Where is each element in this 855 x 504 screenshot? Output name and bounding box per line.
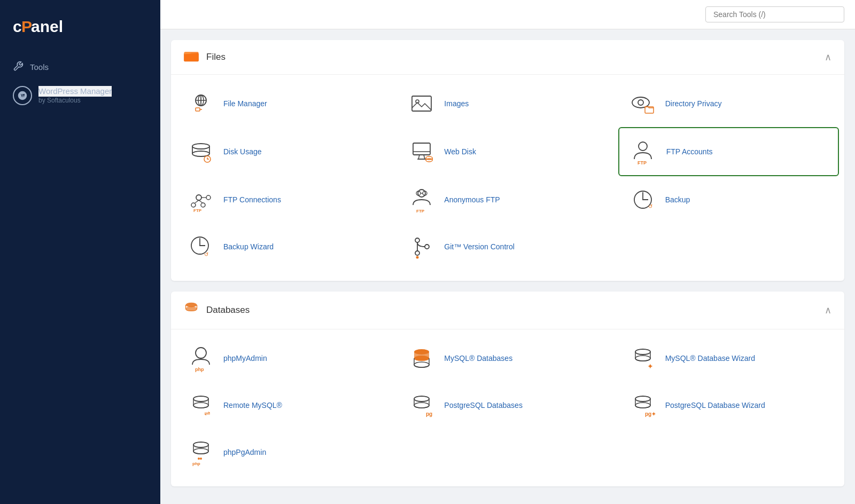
svg-text:↺: ↺ [648, 203, 652, 209]
mysql-databases-label: MySQL® Databases [444, 354, 512, 363]
databases-section-header: Databases ∧ [171, 292, 844, 329]
file-manager-label: File Manager [223, 99, 267, 108]
tool-ftp-accounts[interactable]: FTP FTP Accounts [618, 127, 839, 176]
main-content: Files ∧ File Manager [160, 0, 855, 504]
svg-point-29 [426, 159, 432, 162]
files-section-title: Files [206, 52, 226, 62]
mysql-database-wizard-label: MySQL® Database Wizard [665, 354, 755, 363]
git-icon [408, 233, 436, 261]
phpmyadmin-icon: php [187, 344, 215, 372]
svg-text:↺: ↺ [204, 251, 208, 257]
backup-wizard-icon: ↺ [187, 233, 215, 261]
tool-backup[interactable]: ↺ Backup [618, 176, 839, 223]
svg-text:FTP: FTP [416, 209, 425, 214]
search-input[interactable] [705, 6, 844, 22]
svg-point-49 [415, 238, 419, 242]
files-section: Files ∧ File Manager [171, 40, 844, 281]
svg-point-67 [414, 396, 429, 401]
sidebar-tools-label: Tools [30, 62, 49, 72]
svg-point-71 [635, 403, 650, 408]
svg-point-30 [639, 142, 647, 151]
directory-privacy-label: Directory Privacy [665, 99, 722, 108]
tool-mysql-database-wizard[interactable]: ✦ MySQL® Database Wizard [618, 335, 839, 382]
svg-text:php: php [192, 461, 200, 466]
phppgadmin-icon: php [187, 438, 215, 466]
svg-text:pg✦: pg✦ [645, 411, 656, 417]
remote-mysql-icon: ⇌ [187, 391, 215, 419]
anonymous-ftp-icon: FTP [408, 186, 436, 214]
postgresql-wizard-icon: pg✦ [629, 391, 657, 419]
tool-mysql-databases[interactable]: MySQL® Databases [397, 335, 618, 382]
web-disk-label: Web Disk [444, 147, 476, 156]
svg-point-73 [193, 442, 208, 447]
svg-rect-11 [196, 108, 200, 111]
svg-rect-5 [184, 53, 198, 61]
svg-point-75 [198, 458, 200, 460]
svg-line-36 [195, 200, 199, 203]
files-section-toggle[interactable]: ∧ [825, 51, 831, 63]
svg-point-16 [638, 100, 643, 105]
databases-section-toggle[interactable]: ∧ [825, 304, 831, 316]
backup-wizard-label: Backup Wizard [223, 242, 274, 251]
tool-file-manager[interactable]: File Manager [176, 80, 397, 127]
svg-rect-23 [413, 143, 430, 155]
remote-mysql-label: Remote MySQL® [223, 401, 282, 410]
phpmyadmin-label: phpMyAdmin [223, 354, 267, 363]
svg-text:FTP: FTP [193, 208, 202, 213]
svg-text:php: php [195, 367, 204, 372]
sidebar-item-wordpress[interactable]: WordPress Manager by Softaculous [0, 80, 160, 112]
tool-images[interactable]: Images [397, 80, 618, 127]
images-label: Images [444, 99, 469, 108]
tool-disk-usage[interactable]: Disk Usage [176, 127, 397, 176]
tool-remote-mysql[interactable]: ⇌ Remote MySQL® [176, 382, 397, 429]
svg-text:FTP: FTP [638, 160, 647, 166]
svg-point-35 [206, 195, 211, 200]
backup-icon: ↺ [629, 186, 657, 214]
tool-anonymous-ftp[interactable]: FTP Anonymous FTP [397, 176, 618, 223]
svg-point-64 [193, 396, 208, 401]
tool-phpmyadmin[interactable]: php phpMyAdmin [176, 335, 397, 382]
tool-postgresql-wizard[interactable]: pg✦ PostgreSQL Database Wizard [618, 382, 839, 429]
databases-section: Databases ∧ php phpMyAdmin [171, 292, 844, 486]
tool-backup-wizard[interactable]: ↺ Backup Wizard [176, 223, 397, 270]
svg-text:c: c [13, 18, 22, 35]
tool-web-disk[interactable]: Web Disk [397, 127, 618, 176]
ftp-accounts-icon: FTP [630, 138, 658, 166]
files-section-header: Files ∧ [171, 40, 844, 75]
tool-ftp-connections[interactable]: FTP FTP Connections [176, 176, 397, 223]
mysql-wizard-icon: ✦ [629, 344, 657, 372]
svg-point-70 [635, 396, 650, 401]
databases-tools-grid: php phpMyAdmin MySQL® Databases [171, 329, 844, 486]
svg-line-37 [199, 200, 203, 203]
svg-point-32 [196, 195, 201, 200]
svg-point-33 [191, 203, 196, 207]
images-icon [408, 90, 436, 117]
files-tools-grid: File Manager Images [171, 75, 844, 281]
file-manager-icon [187, 90, 215, 117]
svg-text:P: P [21, 18, 32, 35]
svg-point-18 [192, 144, 209, 149]
svg-point-15 [632, 97, 649, 108]
tool-postgresql-databases[interactable]: pg PostgreSQL Databases [397, 382, 618, 429]
svg-text:✦: ✦ [647, 362, 654, 371]
postgresql-wizard-label: PostgreSQL Database Wizard [665, 401, 765, 410]
backup-label: Backup [665, 195, 690, 204]
svg-point-59 [414, 356, 429, 361]
tools-icon [13, 61, 24, 73]
disk-usage-label: Disk Usage [223, 147, 262, 156]
postgresql-icon: pg [408, 391, 436, 419]
svg-point-74 [193, 448, 208, 454]
wordpress-text: WordPress Manager by Softaculous [38, 86, 112, 105]
ftp-connections-label: FTP Connections [223, 195, 281, 204]
tool-directory-privacy[interactable]: Directory Privacy [618, 80, 839, 127]
postgresql-databases-label: PostgreSQL Databases [444, 401, 523, 410]
svg-text:anel: anel [31, 18, 63, 35]
tool-git-version-control[interactable]: Git™ Version Control [397, 223, 618, 270]
svg-text:⇌: ⇌ [204, 409, 211, 418]
svg-point-55 [186, 306, 197, 311]
files-folder-icon [184, 50, 199, 65]
directory-privacy-icon [629, 90, 657, 117]
sidebar-item-tools[interactable]: Tools [0, 54, 160, 80]
tool-phppgadmin[interactable]: php phpPgAdmin [176, 429, 397, 476]
phppgadmin-label: phpPgAdmin [223, 448, 266, 456]
